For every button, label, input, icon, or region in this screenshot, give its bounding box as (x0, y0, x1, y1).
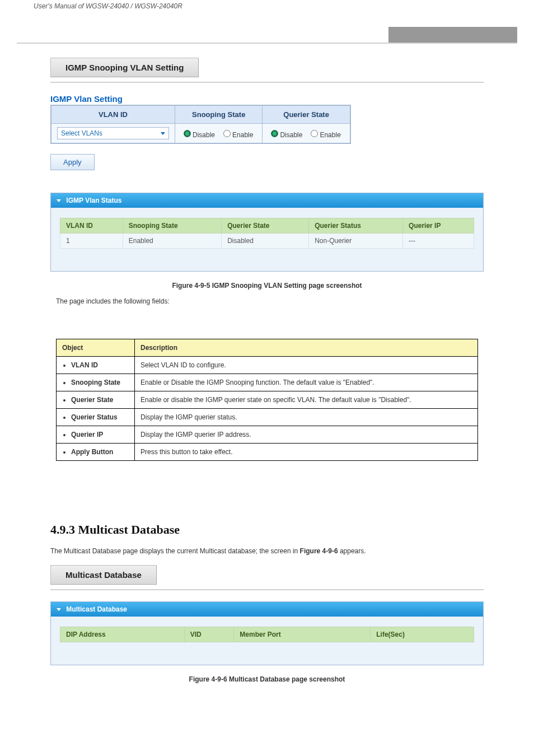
table-row: 1 Enabled Disabled Non-Querier --- (60, 234, 474, 249)
section-title-multicast: Multicast Database (50, 565, 157, 585)
caret-down-icon (57, 199, 61, 202)
multicast-db-header[interactable]: Multicast Database (51, 602, 483, 617)
snooping-enable-option[interactable]: Enable (221, 128, 253, 139)
subsection-heading: 4.9.3 Multicast Database (50, 522, 484, 537)
top-bar (17, 27, 517, 43)
querier-enable-label: Enable (320, 131, 340, 139)
obj-3: Querier Status (71, 413, 129, 421)
caret-down-icon (57, 608, 61, 611)
form-title: IGMP Vlan Setting (50, 94, 484, 104)
snooping-disable-option[interactable]: Disable (181, 128, 215, 139)
section-title-wrap: IGMP Snooping VLAN Setting (50, 58, 484, 77)
igmp-status-panel-title: IGMP Vlan Status (66, 197, 121, 204)
desc-1: Enable or Disable the IGMP Snooping func… (135, 374, 478, 391)
desc-0: Select VLAN ID to configure. (135, 357, 478, 374)
mc-col-vid: VID (184, 627, 234, 642)
object-description-table: Object Description VLAN ID Select VLAN I… (56, 339, 478, 461)
multicast-db-panel: Multicast Database DIP Address VID Membe… (50, 601, 484, 665)
vlan-select[interactable]: Select VLANs (57, 127, 169, 139)
col-vlan-id: VLAN ID (51, 105, 175, 124)
igmp-status-panel-header[interactable]: IGMP Vlan Status (51, 193, 483, 208)
querier-disable-option[interactable]: Disable (268, 128, 302, 139)
lead-in-text: The page includes the following fields: (56, 297, 517, 305)
section-title-wrap-2: Multicast Database (50, 565, 484, 585)
cell-qip: --- (403, 234, 474, 249)
table-row: Querier State Enable or disable the IGMP… (57, 391, 478, 409)
obj-head-object: Object (57, 339, 135, 357)
status-col-querier: Querier State (222, 218, 309, 234)
mc-col-dip: DIP Address (60, 627, 185, 642)
table-row: Apply Button Press this button to take e… (57, 444, 478, 461)
obj-4: Querier IP (71, 431, 129, 438)
querier-disable-radio[interactable] (271, 130, 278, 137)
cell-querier: Disabled (222, 234, 309, 249)
snooping-enable-radio[interactable] (223, 130, 231, 137)
top-bar-right-block (388, 27, 517, 43)
section-divider-2 (50, 589, 484, 590)
obj-2: Querier State (71, 396, 129, 404)
obj-head-desc: Description (135, 339, 478, 357)
status-col-qstatus: Querier Status (309, 218, 403, 234)
multicast-db-title: Multicast Database (66, 605, 127, 613)
cell-snooping: Enabled (123, 234, 221, 249)
desc-4: Display the IGMP querier IP address. (135, 426, 478, 444)
cell-vlan: 1 (60, 234, 123, 249)
col-snooping-state: Snooping State (175, 105, 263, 124)
querier-enable-option[interactable]: Enable (308, 128, 340, 139)
apply-button[interactable]: Apply (50, 154, 95, 170)
mc-col-member: Member Port (234, 627, 371, 642)
cell-qstatus: Non-Querier (309, 234, 403, 249)
multicast-db-table: DIP Address VID Member Port Life(Sec) (60, 627, 474, 642)
igmp-setting-form: VLAN ID Snooping State Querier State Sel… (50, 105, 351, 144)
obj-5: Apply Button (71, 448, 129, 456)
desc-3: Display the IGMP querier status. (135, 409, 478, 426)
desc-2: Enable or disable the IGMP querier state… (135, 391, 478, 409)
section-divider-1 (50, 82, 484, 83)
igmp-status-panel: IGMP Vlan Status VLAN ID Snooping State … (50, 193, 484, 272)
snooping-disable-label: Disable (193, 131, 215, 139)
chevron-down-icon (161, 132, 165, 135)
table-row: Querier Status Display the IGMP querier … (57, 409, 478, 426)
status-col-qip: Querier IP (403, 218, 474, 234)
desc-5: Press this button to take effect. (135, 444, 478, 461)
status-col-vlan: VLAN ID (60, 218, 123, 234)
table-row: VLAN ID Select VLAN ID to configure. (57, 357, 478, 374)
doc-header: User's Manual of WGSW-24040 / WGSW-24040… (17, 0, 517, 10)
section-title-igmp: IGMP Snooping VLAN Setting (50, 58, 199, 77)
mc-col-life: Life(Sec) (371, 627, 474, 642)
subsection-lead: The Multicast Database page displays the… (50, 547, 484, 555)
col-querier-state: Querier State (263, 105, 350, 124)
snooping-enable-label: Enable (232, 131, 253, 139)
table-row: Snooping State Enable or Disable the IGM… (57, 374, 478, 391)
querier-radio-group: Disable Enable (268, 128, 344, 139)
vlan-select-label: Select VLANs (61, 129, 102, 137)
obj-1: Snooping State (71, 379, 129, 386)
table-row: Querier IP Display the IGMP querier IP a… (57, 426, 478, 444)
figure-caption-2: Figure 4-9-6 Multicast Database page scr… (17, 675, 517, 683)
figure-caption-1: Figure 4-9-5 IGMP Snooping VLAN Setting … (17, 282, 517, 290)
snooping-disable-radio[interactable] (184, 130, 191, 137)
igmp-status-table: VLAN ID Snooping State Querier State Que… (60, 218, 474, 249)
top-divider (17, 43, 517, 44)
status-col-snooping: Snooping State (123, 218, 221, 234)
obj-0: VLAN ID (71, 361, 129, 369)
querier-enable-radio[interactable] (311, 130, 318, 137)
snooping-radio-group: Disable Enable (181, 128, 256, 139)
querier-disable-label: Disable (280, 131, 302, 139)
